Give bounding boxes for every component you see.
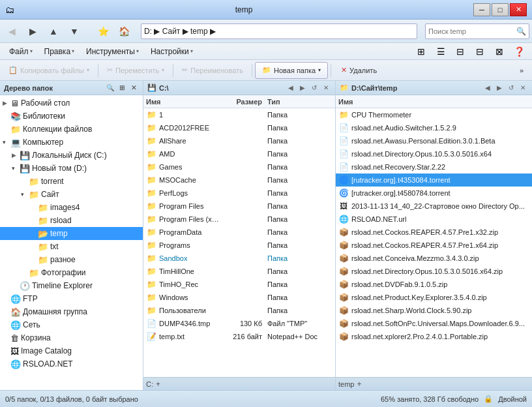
menu-tools[interactable]: Инструменты ▾ [81, 46, 144, 57]
col-size-label[interactable]: Размер [222, 98, 267, 106]
tree-item-rsload[interactable]: 📁 rsload [0, 214, 143, 227]
forward-button[interactable]: ▶ [23, 23, 42, 40]
temp-file-item[interactable]: 🖼 2013-11-13 14_40_22-Стартовое окно Dir… [336, 200, 532, 213]
tree-item-torrent[interactable]: 📁 torrent [0, 175, 143, 188]
drive-file-item[interactable]: 📁 Windows Папка [143, 291, 335, 304]
tree-arrow-desktop[interactable]: ▶ [3, 100, 10, 106]
temp-close-btn[interactable]: ✕ [518, 83, 528, 93]
temp-file-item[interactable]: 🌐 RSLOAD.NET.url [336, 213, 532, 226]
tree-item-ftp[interactable]: 🌐 FTP [0, 292, 143, 305]
tree-item-collections[interactable]: 📁 Коллекции файлов [0, 123, 143, 136]
up-button[interactable]: ▲ [44, 23, 63, 40]
temp-forward-btn[interactable]: ▶ [494, 83, 505, 93]
temp-file-item[interactable]: 📦 rsload.net.Cockos.REAPER.4.57.Pre1.x32… [336, 226, 532, 239]
maximize-button[interactable]: □ [492, 3, 509, 16]
tree-item-misc[interactable]: 📁 разное [0, 253, 143, 266]
tree-item-temp[interactable]: 📂 temp [0, 227, 143, 240]
tree-item-cdrive[interactable]: ▶ 💾 Локальный Диск (C:) [0, 149, 143, 162]
temp-file-item[interactable]: 📦 rsload.net.SoftOnPc.Universal.Maps.Dow… [336, 317, 532, 330]
tree-icon-2[interactable]: ⊞ [117, 83, 127, 93]
back-button[interactable]: ◀ [3, 23, 21, 40]
col-type-label[interactable]: Тип [267, 98, 332, 106]
new-folder-button[interactable]: 📁 Новая папка ▾ [255, 62, 328, 79]
temp-file-item[interactable]: 🌀 [rutracker.org].t4353084.torrent [336, 173, 532, 187]
temp-file-item[interactable]: 📦 rsload.net.Sharp.World.Clock.5.90.zip [336, 304, 532, 317]
close-button[interactable]: ✕ [510, 3, 527, 16]
address-bar[interactable]: D: ▶ Сайт ▶ temp ▶ [141, 23, 417, 39]
search-input[interactable] [428, 27, 516, 35]
tree-item-rsloadnet[interactable]: 🌐 RSLOAD.NET [0, 357, 143, 370]
tree-item-ddrive[interactable]: ▾ 💾 Новый том (D:) [0, 162, 143, 175]
menu-file[interactable]: Файл ▾ [4, 46, 38, 57]
col-name-label[interactable]: Имя [146, 98, 222, 106]
drive-file-item[interactable]: 📁 Program Files (x86) Папка [143, 213, 335, 226]
tree-item-imgcat[interactable]: 🖼 Image Catalog [0, 344, 143, 357]
drive-file-item[interactable]: 📁 ProgramData Папка [143, 226, 335, 239]
temp-file-item[interactable]: 🌀 [rutracker.org].t4580784.torrent [336, 187, 532, 200]
tree-arrow-site[interactable]: ▾ [21, 191, 29, 198]
menu-edit[interactable]: Правка ▾ [39, 46, 80, 57]
temp-back-btn[interactable]: ◀ [482, 83, 493, 93]
drive-file-item[interactable]: 📁 TimHO_Rec Папка [143, 278, 335, 291]
temp-file-item[interactable]: 📄 rsload.net.Directory.Opus.10.5.3.0.501… [336, 147, 532, 160]
drive-forward-btn[interactable]: ▶ [297, 83, 308, 93]
tree-item-images4[interactable]: 📁 images4 [0, 201, 143, 214]
drive-file-item[interactable]: 📁 PerfLogs Папка [143, 187, 335, 200]
temp-file-item[interactable]: 📦 rsload.net.Product.Key.Explorer.3.5.4.… [336, 291, 532, 304]
temp-file-item[interactable]: 📦 rsload.net.DVDFab.9.1.0.5.zip [336, 278, 532, 291]
drive-file-item[interactable]: 📁 Program Files Папка [143, 200, 335, 213]
view-icon-1[interactable]: ⊞ [412, 44, 430, 59]
toolbar-extra[interactable]: » [514, 62, 529, 79]
temp-file-item[interactable]: 📁 CPU Thermometer [336, 108, 532, 121]
bookmark-button[interactable]: ⭐ [94, 23, 112, 40]
delete-button[interactable]: ✕ Удалить [334, 62, 384, 79]
drive-file-item[interactable]: 📁 AMD Папка [143, 147, 335, 160]
temp-col-name-label[interactable]: Имя [338, 98, 529, 106]
drive-file-item[interactable]: 📁 Sandbox Папка [143, 252, 335, 265]
rename-button[interactable]: ✏ Переименовать [176, 62, 249, 79]
search-box[interactable]: 🔍 [425, 23, 529, 39]
tree-item-libraries[interactable]: 📚 Библиотеки [0, 110, 143, 123]
move-button[interactable]: ✂ Переместить ▾ [101, 62, 170, 79]
view-icon-4[interactable]: ⊟ [471, 44, 489, 59]
drive-file-item[interactable]: 📁 Programs Папка [143, 239, 335, 252]
tree-item-homegroup[interactable]: 🏠 Домашняя группа [0, 305, 143, 318]
tree-item-site[interactable]: ▾ 📁 Сайт [0, 188, 143, 201]
menu-settings[interactable]: Настройки ▾ [145, 46, 198, 57]
recent-button[interactable]: ▼ [65, 23, 83, 40]
temp-refresh-btn[interactable]: ↺ [506, 83, 516, 93]
help-icon[interactable]: ❓ [510, 44, 528, 59]
temp-file-item[interactable]: 📦 rsload.net.Conceiva.Mezzmo.3.4.3.0.zip [336, 252, 532, 265]
tree-search-icon[interactable]: 🔍 [105, 83, 115, 93]
tree-icon-3[interactable]: ✕ [128, 83, 139, 93]
temp-footer-add[interactable]: + [357, 380, 361, 389]
drive-refresh-btn[interactable]: ↺ [309, 83, 319, 93]
tree-arrow-cdrive[interactable]: ▶ [12, 152, 20, 158]
view-icon-2[interactable]: ☰ [432, 44, 450, 59]
drive-back-btn[interactable]: ◀ [286, 83, 296, 93]
drive-file-item[interactable]: 📁 1 Папка [143, 108, 335, 121]
temp-file-item[interactable]: 📦 rsload.net.Cockos.REAPER.4.57.Pre1.x64… [336, 239, 532, 252]
tree-item-desktop[interactable]: ▶ 🖥 Рабочий стол [0, 97, 143, 110]
drive-file-item[interactable]: 📝 temp.txt 216 байт Notepad++ Doc [143, 330, 335, 343]
home-button[interactable]: 🏠 [115, 23, 133, 40]
tree-arrow-ddrive[interactable]: ▾ [12, 165, 20, 172]
drive-file-item[interactable]: 📁 Пользователи Папка [143, 304, 335, 317]
drive-file-item[interactable]: 📁 ACD2012FREE Папка [143, 121, 335, 134]
tree-item-computer[interactable]: ▾ 💻 Компьютер [0, 136, 143, 149]
view-icon-3[interactable]: ⊟ [451, 44, 469, 59]
tree-item-timeline[interactable]: 🕐 Timeline Explorer [0, 279, 143, 292]
drive-file-item[interactable]: 📁 TimHillOne Папка [143, 265, 335, 278]
drive-file-item[interactable]: 📁 Games Папка [143, 160, 335, 173]
temp-file-item[interactable]: 📄 rsload.net.Audio.Switcher.1.5.2.9 [336, 121, 532, 134]
temp-file-item[interactable]: 📄 rsload.net.Awasu.Personal.Edition.3.0.… [336, 134, 532, 147]
drive-close-btn[interactable]: ✕ [321, 83, 331, 93]
drive-footer-add[interactable]: + [156, 380, 160, 389]
minimize-button[interactable]: ─ [473, 3, 490, 16]
drive-file-item[interactable]: 📁 MSOCache Папка [143, 173, 335, 187]
view-icon-5[interactable]: ⊠ [490, 44, 509, 59]
temp-file-item[interactable]: 📦 rsload.net.xplorer2.Pro.2.4.0.1.Portab… [336, 330, 532, 343]
drive-file-item[interactable]: 📄 DUMP4346.tmp 130 Кб Файл "TMP" [143, 317, 335, 330]
tree-item-network[interactable]: 🌐 Сеть [0, 318, 143, 331]
temp-file-item[interactable]: 📄 rsload.net.Recovery.Star.2.22 [336, 160, 532, 173]
